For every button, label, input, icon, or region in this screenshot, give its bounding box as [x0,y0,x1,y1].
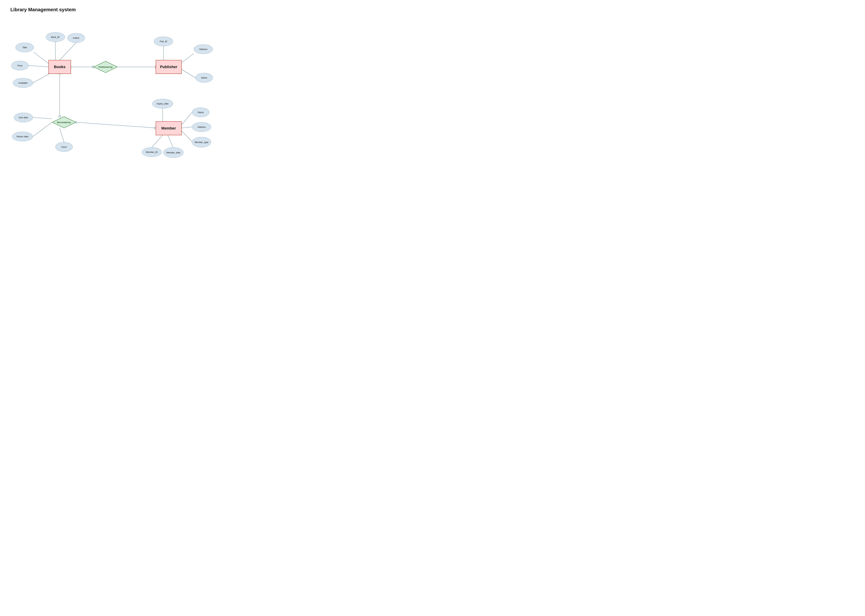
attr-price: Price [11,61,28,71]
svg-line-18 [33,122,52,137]
attr-book-id-label: Book_ID [51,36,60,38]
attr-return-date-label: Return date [17,135,28,138]
diagram-container: Books Publisher Member Published by Borr… [0,14,225,159]
entity-books[interactable]: Books [49,60,71,74]
entity-publisher-label: Publisher [160,65,177,69]
svg-line-4 [33,74,49,83]
attr-member-type-label: Member_type [195,141,208,143]
svg-line-24 [182,112,192,125]
entity-member-label: Member [161,126,176,130]
entity-books-label: Books [54,65,65,69]
attr-address-member: Address [192,122,211,132]
svg-line-27 [152,135,163,147]
attr-member-id-label: Member_ID [146,151,158,153]
attr-available: Available [13,78,33,88]
svg-line-19 [60,128,64,142]
attr-available-label: Available [18,82,28,84]
relationship-published-by[interactable]: Published by [93,61,118,73]
attr-author: Author [68,33,85,43]
attr-address-publisher-label: Address [199,48,208,50]
attr-pub-id: Pub_ID [154,37,173,46]
attr-expiry-date-label: Expiry_date [157,102,169,105]
svg-line-13 [182,69,195,78]
svg-line-2 [34,52,49,63]
svg-line-26 [182,131,192,141]
diagram-svg [0,14,225,159]
relationship-published-by-label: Published by [99,66,113,68]
entity-member[interactable]: Member [156,121,182,135]
svg-line-1 [60,43,76,60]
attr-expiry-date: Expiry_date [152,99,173,108]
attr-title-label: Titile [22,46,27,49]
svg-line-28 [168,135,173,147]
attr-book-id: Book_ID [46,32,65,42]
attr-price-label: Price [17,64,22,67]
attr-name-member-label: Name [198,111,204,114]
relationship-borrowed-by[interactable]: Borrowed by [52,116,76,128]
attr-name-publisher-label: Name [201,77,207,79]
attr-return-date: Return date [12,132,33,141]
attr-address-member-label: Address [197,126,206,128]
svg-line-3 [28,66,49,67]
attr-member-type: Member_type [192,137,211,147]
svg-line-20 [76,122,156,128]
attr-member-id: Member_ID [142,147,162,157]
attr-member-date-label: Member_date [167,151,180,154]
svg-line-17 [33,118,52,119]
attr-author-label: Author [73,37,79,39]
attr-name-publisher: Name [195,73,213,82]
entity-publisher[interactable]: Publisher [156,60,182,74]
attr-due-date: Due date [14,113,33,122]
attr-due-date-label: Due date [19,116,28,119]
attr-issue: Issue [55,142,73,152]
svg-line-25 [182,127,192,128]
attr-name-member: Name [192,108,209,117]
attr-address-publisher: Address [194,44,213,54]
attr-member-date: Member_date [164,147,183,158]
attr-title: Titile [16,43,34,52]
svg-line-12 [182,53,194,63]
page-title: Library Management system [0,0,225,13]
relationship-borrowed-by-label: Borrowed by [57,121,71,124]
attr-issue-label: Issue [61,146,67,148]
attr-pub-id-label: Pub_ID [160,40,167,43]
